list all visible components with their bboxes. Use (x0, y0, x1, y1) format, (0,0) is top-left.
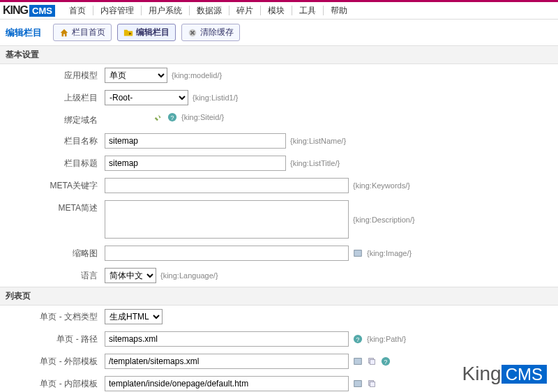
sub-toolbar: 编辑栏目 栏目首页 编辑栏目 清除缓存 (0, 20, 558, 45)
hint-parent: {king:Listid1/} (193, 93, 238, 102)
label-description: META简述 (0, 200, 105, 214)
btn-category-home-label: 栏目首页 (72, 27, 105, 38)
hint-model: {king:modelid/} (172, 71, 222, 80)
textarea-description[interactable] (105, 200, 349, 239)
section-list: 列表页 (0, 287, 558, 306)
svg-rect-13 (370, 382, 375, 386)
select-parent[interactable]: -Root- (105, 90, 188, 105)
hint-language: {king:Language/} (160, 271, 218, 280)
label-name: 栏目名称 (0, 133, 105, 147)
label-keywords: META关键字 (0, 178, 105, 192)
help-icon[interactable]: ? (353, 334, 363, 344)
label-model: 应用模型 (0, 68, 105, 82)
menu-content[interactable]: 内容管理 (93, 6, 142, 15)
label-language: 语言 (0, 268, 105, 282)
main-menu: 首页 内容管理 用户系统 数据源 碎片 模块 工具 帮助 (62, 6, 354, 15)
logo-king: KING (3, 4, 28, 17)
label-in-tpl: 单页 - 内部模板 (0, 376, 105, 390)
hint-thumb: {king:Image/} (367, 249, 412, 257)
logo: KING CMS (3, 4, 55, 17)
copy-icon[interactable] (367, 379, 377, 389)
browse-icon[interactable] (353, 356, 363, 366)
input-out-tpl[interactable] (105, 354, 349, 369)
copy-icon[interactable] (367, 356, 377, 366)
browse-icon[interactable] (353, 379, 363, 389)
input-keywords[interactable] (105, 178, 349, 193)
help-icon[interactable]: ? (381, 356, 391, 366)
btn-category-home[interactable]: 栏目首页 (53, 24, 112, 41)
select-model[interactable]: 单页 (105, 68, 167, 83)
folder-edit-icon (123, 28, 133, 38)
help-icon[interactable]: ? (167, 112, 177, 122)
top-bar: KING CMS 首页 内容管理 用户系统 数据源 碎片 模块 工具 帮助 (0, 0, 558, 20)
menu-module[interactable]: 模块 (261, 6, 292, 15)
btn-edit-category[interactable]: 编辑栏目 (117, 24, 176, 41)
link-icon[interactable] (153, 112, 163, 122)
hint-keywords: {king:Keywords/} (353, 181, 410, 190)
svg-rect-3 (354, 250, 362, 257)
svg-rect-6 (354, 359, 362, 365)
logo-cms: CMS (29, 5, 55, 17)
select-doctype[interactable]: 生成HTML (105, 309, 163, 324)
select-language[interactable]: 简体中文 (105, 268, 156, 283)
svg-text:?: ? (171, 114, 174, 121)
browse-icon[interactable] (353, 248, 363, 258)
svg-rect-11 (354, 381, 362, 387)
svg-text:?: ? (384, 359, 388, 365)
input-path[interactable] (105, 331, 349, 347)
svg-rect-8 (370, 359, 375, 364)
svg-text:?: ? (356, 336, 360, 343)
section-basic: 基本设置 (0, 45, 558, 64)
hint-description: {king:Description/} (353, 216, 415, 224)
hint-name: {king:ListName/} (290, 137, 346, 145)
hint-domain: {king:Siteid/} (181, 113, 224, 121)
label-doctype: 单页 - 文档类型 (0, 309, 105, 323)
label-path: 单页 - 路径 (0, 331, 105, 345)
label-domain: 绑定域名 (0, 112, 105, 126)
menu-help[interactable]: 帮助 (324, 6, 354, 15)
input-thumb[interactable] (105, 246, 349, 261)
label-out-tpl: 单页 - 外部模板 (0, 354, 105, 368)
menu-tool[interactable]: 工具 (292, 6, 324, 15)
btn-edit-category-label: 编辑栏目 (136, 27, 169, 38)
menu-data[interactable]: 数据源 (190, 6, 229, 15)
btn-clear-cache[interactable]: 清除缓存 (181, 24, 240, 41)
input-name[interactable] (105, 133, 286, 149)
menu-user[interactable]: 用户系统 (142, 6, 190, 15)
page-title: 编辑栏目 (6, 27, 42, 39)
menu-fragment[interactable]: 碎片 (229, 6, 261, 15)
menu-home[interactable]: 首页 (62, 6, 93, 15)
hint-path: {king:Path/} (367, 335, 406, 343)
hint-title: {king:ListTitle/} (290, 159, 340, 167)
input-title[interactable] (105, 156, 286, 171)
label-parent: 上级栏目 (0, 90, 105, 104)
label-title: 栏目标题 (0, 156, 105, 169)
btn-clear-cache-label: 清除缓存 (200, 27, 234, 38)
label-thumb: 缩略图 (0, 246, 105, 259)
home-icon (59, 28, 69, 38)
input-in-tpl[interactable] (105, 376, 349, 391)
clear-cache-icon (188, 28, 197, 38)
